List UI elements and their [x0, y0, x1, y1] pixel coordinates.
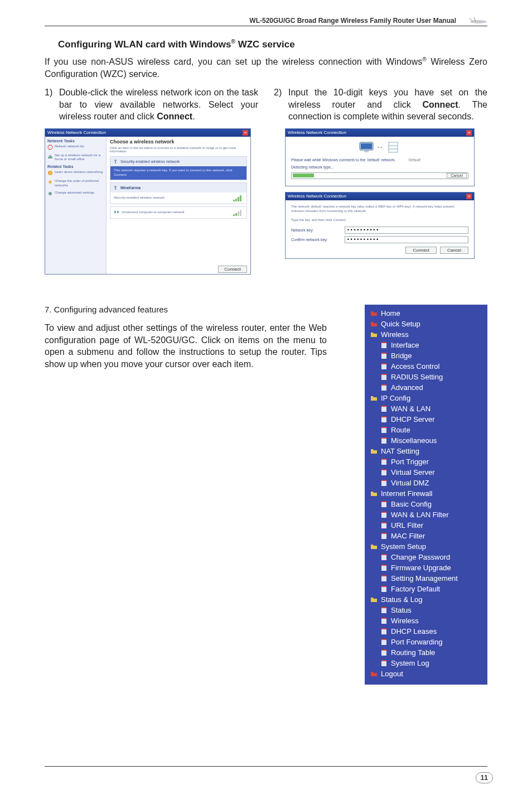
menu-label: Factory Default — [391, 585, 440, 593]
network-item[interactable]: Unsecured computer-to-computer network — [110, 206, 247, 219]
menu-subitem[interactable]: Routing Table — [365, 647, 487, 658]
cancel-button[interactable]: Cancel — [447, 173, 467, 178]
menu-subitem[interactable]: RADIUS Setting — [365, 372, 487, 382]
menu-subitem[interactable]: System Log — [365, 658, 487, 668]
progress-window: Wireless Network Connection × • • Please… — [285, 128, 475, 186]
menu-subitem[interactable]: Interface — [365, 340, 487, 350]
svg-rect-50 — [381, 554, 386, 555]
sidebar-item-learn[interactable]: i Learn about wireless networking — [47, 170, 104, 176]
menu-item[interactable]: IP Config — [365, 393, 487, 403]
sidebar-item-advanced[interactable]: Change advanced settings — [47, 191, 104, 196]
menu-subitem[interactable]: Wireless — [365, 615, 487, 626]
menu-subitem[interactable]: DHCP Server — [365, 414, 487, 425]
page-number: 11 — [476, 772, 493, 783]
key-entry-window: Wireless Network Connection × The networ… — [285, 192, 475, 259]
menu-label: Logout — [381, 670, 403, 678]
menu-label: Routing Table — [391, 648, 435, 657]
menu-label: Status — [391, 606, 412, 614]
menu-subitem[interactable]: Route — [365, 425, 487, 435]
page-icon — [380, 373, 388, 381]
router-menu-panel: HomeQuick SetupWirelessInterfaceBridgeAc… — [365, 305, 487, 685]
key-description: The network 'default' requires a network… — [291, 205, 468, 214]
dots-icon: • • — [378, 145, 382, 150]
close-icon[interactable]: × — [466, 194, 472, 199]
menu-subitem[interactable]: Virtual DMZ — [365, 478, 487, 488]
network-item-selected[interactable]: Security-enabled wireless network This n… — [110, 156, 247, 180]
svg-rect-4 — [48, 157, 52, 158]
reg-mark: ® — [231, 38, 235, 45]
step-2-column: 2) Input the 10-digit keys you have set … — [274, 86, 487, 275]
menu-subitem[interactable]: Access Control — [365, 361, 487, 372]
network-security-label: Security-enabled wireless network — [114, 196, 165, 200]
svg-rect-30 — [381, 416, 386, 417]
section-7-heading: 7. Configuring advanced features — [45, 305, 327, 314]
menu-subitem[interactable]: Status — [365, 605, 487, 615]
menu-subitem[interactable]: Virtual Server — [365, 467, 487, 478]
menu-subitem[interactable]: MAC Filter — [365, 531, 487, 541]
menu-label: Quick Setup — [381, 320, 420, 328]
header-title: WL-520GU/GC Broad Range Wireless Family … — [249, 17, 456, 25]
network-item[interactable]: MiraKarma Security-enabled wireless netw… — [110, 182, 247, 204]
page-icon — [380, 363, 388, 370]
menu-subitem[interactable]: WAN & LAN — [365, 403, 487, 414]
page-icon — [380, 628, 388, 635]
menu-subitem[interactable]: Basic Config — [365, 499, 487, 509]
status-line: Please wait while Windows connects to th… — [291, 158, 468, 162]
connect-button[interactable]: Connect — [218, 266, 247, 273]
network-key-input[interactable] — [345, 227, 468, 234]
menu-subitem[interactable]: Change Password — [365, 552, 487, 562]
sidebar-item-setup[interactable]: Set up a wireless network for a home or … — [47, 153, 104, 161]
menu-subitem[interactable]: Port Trigger — [365, 456, 487, 467]
status-line2: Detecting network type... — [291, 165, 468, 169]
menu-subitem[interactable]: Miscellaneous — [365, 435, 487, 446]
menu-item[interactable]: Quick Setup — [365, 319, 487, 329]
menu-label: WAN & LAN Filter — [391, 511, 449, 519]
svg-rect-52 — [381, 565, 386, 566]
sidebar-group: Network Tasks — [47, 139, 104, 143]
menu-item[interactable]: NAT Setting — [365, 446, 487, 456]
refresh-icon — [47, 145, 53, 150]
menu-label: Access Control — [391, 362, 439, 370]
page-icon — [380, 575, 388, 582]
page-icon — [380, 341, 388, 349]
sidebar-item-order[interactable]: Change the order of preferred networks — [47, 179, 104, 187]
menu-subitem[interactable]: Factory Default — [365, 584, 487, 594]
folder-icon — [370, 320, 378, 328]
close-icon[interactable]: × — [243, 130, 248, 136]
menu-subitem[interactable]: URL Filter — [365, 520, 487, 531]
menu-label: System Setup — [381, 542, 426, 551]
window-title: Wireless Network Connection — [288, 130, 346, 135]
svg-point-8 — [49, 192, 52, 195]
menu-subitem[interactable]: Port Forwarding — [365, 637, 487, 647]
confirm-key-label: Confirm network key: — [291, 238, 341, 242]
sidebar-item-refresh[interactable]: Refresh network list — [47, 145, 104, 150]
menu-item[interactable]: Internet Firewall — [365, 488, 487, 499]
close-icon[interactable]: × — [466, 130, 472, 136]
confirm-key-input[interactable] — [345, 236, 468, 243]
menu-subitem[interactable]: WAN & LAN Filter — [365, 509, 487, 520]
svg-rect-48 — [381, 533, 386, 534]
menu-subitem[interactable]: Advanced — [365, 382, 487, 393]
cancel-button[interactable]: Cancel — [440, 247, 468, 254]
svg-rect-26 — [381, 384, 386, 386]
menu-item[interactable]: Home — [365, 308, 487, 319]
page-icon — [380, 660, 388, 667]
svg-rect-56 — [381, 586, 386, 587]
reg-mark: ® — [422, 56, 426, 62]
menu-item[interactable]: Wireless — [365, 329, 487, 340]
menu-subitem[interactable]: DHCP Leases — [365, 626, 487, 637]
menu-item[interactable]: Status & Log — [365, 594, 487, 605]
menu-item[interactable]: System Setup — [365, 541, 487, 552]
connect-button[interactable]: Connect — [405, 247, 437, 254]
adhoc-icon — [114, 209, 119, 216]
svg-rect-64 — [381, 639, 386, 640]
menu-item[interactable]: Logout — [365, 668, 487, 679]
page-icon — [380, 437, 388, 444]
menu-subitem[interactable]: Bridge — [365, 350, 487, 361]
step-1-column: 1) Double-click the wireless network ico… — [45, 86, 258, 275]
setup-icon — [47, 153, 53, 159]
page-icon — [380, 416, 388, 423]
menu-subitem[interactable]: Firmware Upgrade — [365, 562, 487, 573]
menu-subitem[interactable]: Setting Management — [365, 573, 487, 584]
page-icon — [380, 426, 388, 434]
